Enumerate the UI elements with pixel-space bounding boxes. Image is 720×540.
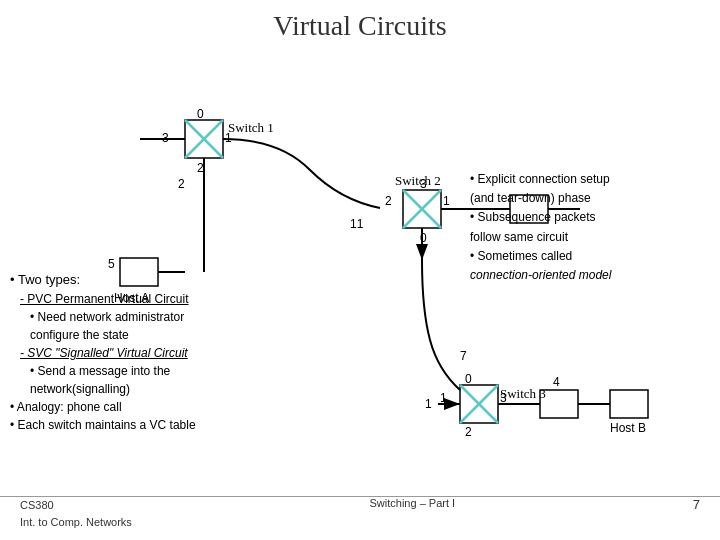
sw3-port1: 1	[440, 391, 447, 405]
host-b-box	[610, 390, 648, 418]
label-4: 4	[553, 375, 560, 389]
label-2-sw3: 2	[465, 439, 472, 440]
sw1-port2: 2	[197, 161, 204, 175]
rp-line3: • Subsequence packets	[470, 208, 690, 227]
pvc-detail1: • Need network administrator	[30, 308, 310, 326]
line-sw1-sw2	[223, 139, 380, 208]
footer: CS380 Int. to Comp. Networks Switching –…	[0, 496, 720, 530]
footer-page-number: 7	[693, 497, 700, 512]
svc-detail1: • Send a message into the	[30, 362, 310, 380]
two-types-label: • Two types:	[10, 270, 310, 290]
rp-line1: • Explicit connection setup	[470, 170, 690, 189]
sw2-port-top: 3	[420, 177, 427, 191]
switch2-label: Switch 2	[395, 173, 441, 188]
footer-left: CS380 Int. to Comp. Networks	[20, 497, 132, 530]
analogy: • Analogy: phone call	[10, 398, 310, 416]
rp-line6: connection-oriented model	[470, 266, 690, 285]
footer-center: Switching – Part I	[370, 497, 456, 509]
vc-table: • Each switch maintains a VC table	[10, 416, 310, 434]
svc-line: - SVC "Signalled" Virtual Circuit	[20, 344, 310, 362]
footer-course: CS380	[20, 497, 132, 514]
label-1-sw3: 1	[425, 397, 432, 411]
pvc-line: - PVC Permanent Virtual Circuit	[20, 290, 310, 308]
sw3-port0: 0	[465, 372, 472, 386]
switch1-label: Switch 1	[228, 120, 274, 135]
sw3-port3: 3	[500, 391, 507, 405]
sw3-port2: 2	[465, 425, 472, 439]
label-2-sw1: 2	[178, 177, 185, 191]
label-11: 11	[350, 217, 364, 231]
rp-line4: follow same circuit	[470, 228, 690, 247]
host-b-label: Host B	[610, 421, 646, 435]
sw2-port1: 1	[443, 194, 450, 208]
rp-line2: (and tear-down) phase	[470, 189, 690, 208]
line-sw2-sw3	[422, 260, 460, 390]
pvc-text: - PVC Permanent Virtual Circuit	[20, 292, 189, 306]
page-title: Virtual Circuits	[0, 0, 720, 42]
footer-course-name: Int. to Comp. Networks	[20, 514, 132, 531]
sw1-port0: 0	[197, 107, 204, 121]
right-panel: • Explicit connection setup (and tear-do…	[470, 170, 690, 285]
text-panel: • Two types: - PVC Permanent Virtual Cir…	[10, 270, 310, 434]
sw2-port2: 2	[385, 194, 392, 208]
label-7: 7	[460, 349, 467, 363]
sw1-port1: 1	[225, 131, 232, 145]
pvc-detail2: configure the state	[30, 326, 310, 344]
switch3-label: Switch 3	[500, 386, 546, 401]
label-5: 5	[108, 257, 115, 271]
svc-detail2: network(signalling)	[30, 380, 310, 398]
rp-line5: • Sometimes called	[470, 247, 690, 266]
svc-text: - SVC "Signalled" Virtual Circuit	[20, 346, 188, 360]
